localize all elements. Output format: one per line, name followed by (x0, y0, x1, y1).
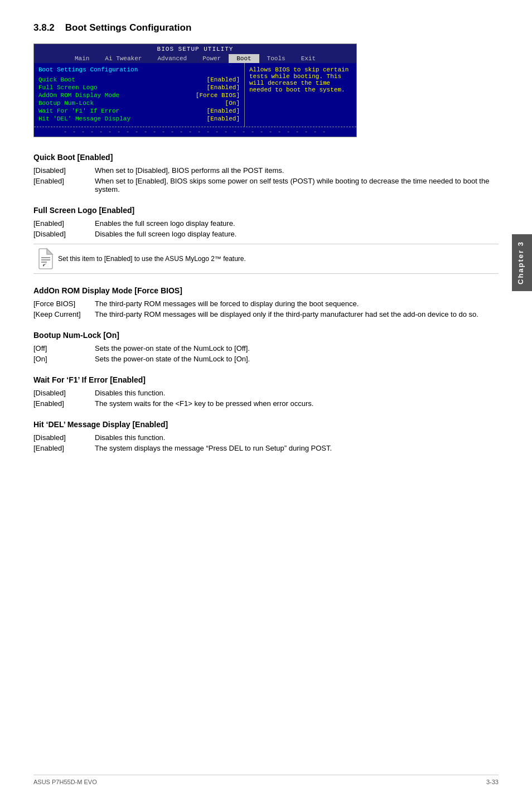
addon-forcebios-term: [Force BIOS] (33, 299, 95, 308)
fullscreen-enabled-desc: Enables the full screen logo display fea… (95, 219, 499, 228)
waitf1-disabled-desc: Disables this function. (95, 389, 499, 397)
bios-label-hitdel: Hit 'DEL' Message Display (38, 115, 130, 122)
bios-value-hitdel: [Enabled] (207, 115, 240, 122)
bios-header: BIOS SETUP UTILITY (34, 44, 356, 54)
bios-tab-advanced: Advanced (149, 54, 195, 63)
full-screen-logo-section: Full Screen Logo [Enabled] [Enabled] Ena… (33, 206, 499, 274)
hitdel-disabled-row: [Disabled] Disables this function. (33, 433, 499, 442)
bios-tab-boot: Boot (229, 54, 259, 63)
bios-left-panel: Boot Settings Configuration Quick Boot [… (34, 63, 245, 127)
wait-f1-title: Wait For ‘F1’ If Error [Enabled] (33, 375, 499, 384)
waitf1-disabled-row: [Disabled] Disables this function. (33, 389, 499, 397)
bios-section-title: Boot Settings Configuration (38, 66, 240, 73)
note-icon (33, 248, 58, 270)
numlock-off-desc: Sets the power-on state of the NumLock t… (95, 344, 499, 352)
numlock-on-term: [On] (33, 355, 95, 363)
bios-value-numlock: [On] (225, 100, 240, 107)
footer-left: ASUS P7H55D-M EVO (33, 779, 97, 785)
numlock-off-row: [Off] Sets the power-on state of the Num… (33, 344, 499, 352)
addon-forcebios-row: [Force BIOS] The third-party ROM message… (33, 299, 499, 308)
hitdel-enabled-term: [Enabled] (33, 444, 95, 452)
quick-boot-section: Quick Boot [Enabled] [Disabled] When set… (33, 153, 499, 194)
bios-row-hitdel: Hit 'DEL' Message Display [Enabled] (38, 115, 240, 122)
hitdel-enabled-desc: The system displays the message “Press D… (95, 444, 499, 452)
numlock-title: Bootup Num-Lock [On] (33, 331, 499, 340)
waitf1-disabled-term: [Disabled] (33, 389, 95, 397)
chapter-sidebar: Chapter 3 (512, 234, 532, 291)
bios-label-fullscreen: Full Screen Logo (38, 84, 98, 91)
waitf1-enabled-term: [Enabled] (33, 399, 95, 408)
bios-row-addon: AddOn ROM Display Mode [Force BIOS] (38, 92, 240, 99)
quick-boot-enabled-desc: When set to [Enabled], BIOS skips some p… (95, 177, 499, 194)
addon-keepcurrent-desc: The third-party ROM messages will be dis… (95, 310, 499, 318)
bios-tab-tools: Tools (259, 54, 293, 63)
fullscreen-disabled-desc: Disables the full screen logo display fe… (95, 230, 499, 238)
hit-del-section: Hit ‘DEL’ Message Display [Enabled] [Dis… (33, 420, 499, 452)
section-number: 3.8.2 (33, 22, 55, 33)
bios-row-numlock: Bootup Num-Lock [On] (38, 100, 240, 107)
bios-screenshot: BIOS SETUP UTILITY Main Ai Tweaker Advan… (33, 44, 357, 137)
quick-boot-disabled-desc: When set to [Disabled], BIOS performs al… (95, 166, 499, 175)
section-title: 3.8.2 Boot Settings Configuration (33, 22, 499, 33)
quick-boot-enabled-term: [Enabled] (33, 177, 95, 194)
hitdel-enabled-row: [Enabled] The system displays the messag… (33, 444, 499, 452)
numlock-off-term: [Off] (33, 344, 95, 352)
quick-boot-title: Quick Boot [Enabled] (33, 153, 499, 162)
bios-value-waitf1: [Enabled] (207, 108, 240, 114)
fullscreen-disabled-row: [Disabled] Disables the full screen logo… (33, 230, 499, 238)
bios-label-numlock: Bootup Num-Lock (38, 100, 94, 107)
addon-forcebios-desc: The third-party ROM messages will be for… (95, 299, 499, 308)
section-title-text: Boot Settings Configuration (65, 22, 192, 33)
bottom-bar: ASUS P7H55D-M EVO 3-33 (33, 775, 499, 785)
fullscreen-enabled-term: [Enabled] (33, 219, 95, 228)
bios-tab-main: Main (67, 54, 97, 63)
fullscreen-enabled-row: [Enabled] Enables the full screen logo d… (33, 219, 499, 228)
footer-right: 3-33 (486, 779, 499, 785)
waitf1-enabled-row: [Enabled] The system waits for the <F1> … (33, 399, 499, 408)
bios-content: Boot Settings Configuration Quick Boot [… (34, 63, 356, 127)
note-box: Set this item to [Enabled] to use the AS… (33, 244, 499, 274)
addon-rom-section: AddOn ROM Display Mode [Force BIOS] [For… (33, 286, 499, 318)
bios-label-waitf1: Wait For 'F1' If Error (38, 108, 119, 114)
bios-label-addon: AddOn ROM Display Mode (38, 92, 119, 99)
hitdel-disabled-desc: Disables this function. (95, 433, 499, 442)
bios-row-quickboot: Quick Boot [Enabled] (38, 76, 240, 83)
bios-tab-power: Power (195, 54, 229, 63)
bios-value-quickboot: [Enabled] (207, 76, 240, 83)
quick-boot-disabled-term: [Disabled] (33, 166, 95, 175)
bios-value-fullscreen: [Enabled] (207, 84, 240, 91)
numlock-on-desc: Sets the power-on state of the NumLock t… (95, 355, 499, 363)
bios-row-fullscreen: Full Screen Logo [Enabled] (38, 84, 240, 91)
addon-rom-title: AddOn ROM Display Mode [Force BIOS] (33, 286, 499, 295)
bios-tabs: Main Ai Tweaker Advanced Power Boot Tool… (34, 54, 356, 63)
wait-f1-section: Wait For ‘F1’ If Error [Enabled] [Disabl… (33, 375, 499, 408)
bios-row-waitf1: Wait For 'F1' If Error [Enabled] (38, 108, 240, 114)
full-screen-logo-title: Full Screen Logo [Enabled] (33, 206, 499, 215)
bios-label-quickboot: Quick Boot (38, 76, 75, 83)
quick-boot-disabled-row: [Disabled] When set to [Disabled], BIOS … (33, 166, 499, 175)
fullscreen-disabled-term: [Disabled] (33, 230, 95, 238)
bios-tab-ai: Ai Tweaker (97, 54, 149, 63)
bios-value-addon: [Force BIOS] (196, 92, 240, 99)
bios-footer: - - - - - - - - - - - - - - - - - - - - … (34, 127, 356, 137)
addon-keepcurrent-term: [Keep Current] (33, 310, 95, 318)
hitdel-disabled-term: [Disabled] (33, 433, 95, 442)
bios-tab-exit: Exit (293, 54, 323, 63)
numlock-section: Bootup Num-Lock [On] [Off] Sets the powe… (33, 331, 499, 363)
note-text: Set this item to [Enabled] to use the AS… (58, 255, 499, 263)
addon-keepcurrent-row: [Keep Current] The third-party ROM messa… (33, 310, 499, 318)
quick-boot-enabled-row: [Enabled] When set to [Enabled], BIOS sk… (33, 177, 499, 194)
numlock-on-row: [On] Sets the power-on state of the NumL… (33, 355, 499, 363)
hit-del-title: Hit ‘DEL’ Message Display [Enabled] (33, 420, 499, 429)
bios-help-panel: Allows BIOS to skip certain tests while … (245, 63, 356, 127)
waitf1-enabled-desc: The system waits for the <F1> key to be … (95, 399, 499, 408)
